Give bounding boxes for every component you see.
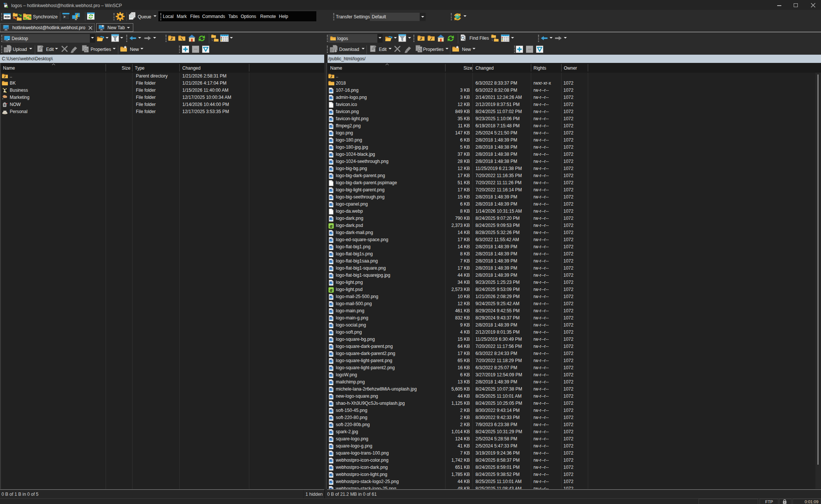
svg-text:>: > bbox=[63, 15, 66, 19]
